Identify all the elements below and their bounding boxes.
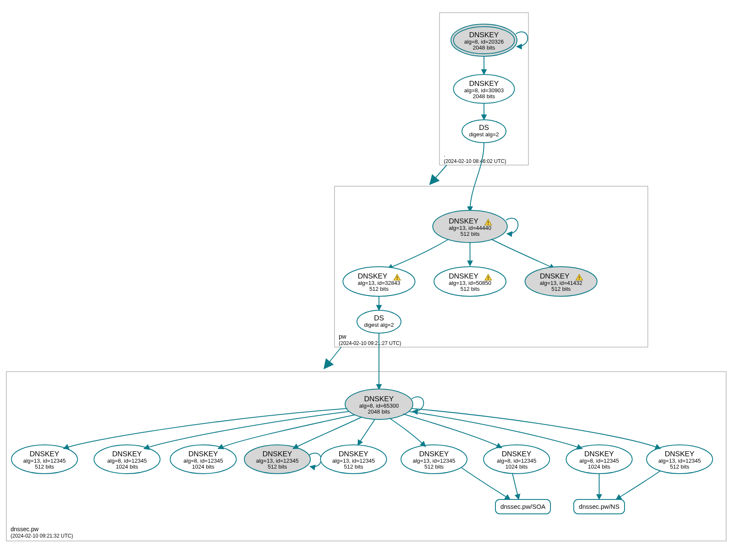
node-dn-k6: DNSKEY alg=8, id=12345 1024 bits [484, 445, 550, 474]
node-dn-k5: DNSKEY alg=13, id=12345 512 bits [401, 445, 467, 474]
svg-text:DNSKEY: DNSKEY [364, 395, 394, 403]
svg-text:dnssec.pw/NS: dnssec.pw/NS [579, 503, 619, 510]
svg-text:DNSKEY: DNSKEY [112, 450, 142, 458]
svg-text:alg=13, id=12345: alg=13, id=12345 [658, 458, 701, 464]
node-pw-k2: DNSKEY alg=13, id=50850 512 bits ! [434, 267, 506, 296]
zone-pw-label: pw [339, 333, 347, 340]
svg-text:alg=8, id=20326: alg=8, id=20326 [464, 39, 503, 45]
node-pw-k3: DNSKEY alg=13, id=41432 512 bits ! [525, 267, 597, 296]
svg-text:512 bits: 512 bits [344, 463, 363, 470]
node-dn-k4: DNSKEY alg=13, id=12345 512 bits [321, 445, 387, 474]
zone-root-time: (2024-02-10 08:46:02 UTC) [444, 158, 506, 164]
svg-text:alg=13, id=41432: alg=13, id=41432 [540, 280, 582, 286]
svg-text:DNSKEY: DNSKEY [540, 272, 570, 280]
node-pw-k1: DNSKEY alg=13, id=32843 512 bits ! [343, 267, 415, 296]
svg-text:alg=13, id=12345: alg=13, id=12345 [256, 458, 299, 464]
svg-text:DNSKEY: DNSKEY [339, 450, 368, 458]
node-dn-k1: DNSKEY alg=8, id=12345 1024 bits [94, 445, 160, 474]
svg-text:2048 bits: 2048 bits [473, 44, 495, 51]
svg-text:alg=8, id=12345: alg=8, id=12345 [579, 458, 619, 464]
svg-text:alg=13, id=50850: alg=13, id=50850 [449, 280, 491, 286]
svg-text:alg=8, id=65300: alg=8, id=65300 [359, 403, 398, 409]
node-pw-ksk: DNSKEY alg=13, id=44440 512 bits ! [433, 210, 507, 243]
svg-text:digest alg=2: digest alg=2 [469, 131, 499, 138]
svg-text:DNSKEY: DNSKEY [449, 272, 478, 280]
svg-text:DNSKEY: DNSKEY [665, 450, 694, 458]
zone-root-label: . [444, 151, 445, 158]
svg-text:alg=13, id=12345: alg=13, id=12345 [23, 458, 66, 464]
svg-text:DNSKEY: DNSKEY [188, 450, 218, 458]
svg-text:DNSKEY: DNSKEY [469, 80, 499, 88]
svg-text:DNSKEY: DNSKEY [449, 217, 478, 225]
node-dn-k3: DNSKEY alg=13, id=12345 512 bits [244, 445, 310, 474]
zone-root: . (2024-02-10 08:46:02 UTC) DNSKEY alg=8… [440, 13, 528, 165]
node-dn-k8: DNSKEY alg=13, id=12345 512 bits [647, 445, 713, 474]
svg-text:!: ! [487, 276, 489, 281]
svg-text:512 bits: 512 bits [670, 463, 689, 470]
svg-text:DS: DS [374, 314, 384, 322]
svg-text:alg=13, id=12345: alg=13, id=12345 [332, 458, 375, 464]
node-dn-ksk: DNSKEY alg=8, id=65300 2048 bits [345, 389, 413, 419]
node-dn-k0: DNSKEY alg=13, id=12345 512 bits [11, 445, 77, 474]
svg-text:512 bits: 512 bits [424, 463, 444, 470]
svg-text:DNSKEY: DNSKEY [502, 450, 531, 458]
svg-text:1024 bits: 1024 bits [192, 463, 215, 470]
svg-text:!: ! [396, 276, 398, 281]
zone-pw: pw (2024-02-10 09:21:27 UTC) DNSKEY alg=… [335, 143, 648, 347]
node-rr-ns: dnssec.pw/NS [574, 499, 625, 514]
svg-text:1024 bits: 1024 bits [116, 463, 138, 470]
node-pw-ds: DS digest alg=2 [357, 310, 401, 333]
svg-text:512 bits: 512 bits [460, 231, 480, 237]
svg-text:1024 bits: 1024 bits [588, 463, 611, 470]
node-root-zsk: DNSKEY alg=8, id=30903 2048 bits [453, 74, 514, 103]
svg-text:2048 bits: 2048 bits [473, 93, 495, 99]
node-dn-k7: DNSKEY alg=8, id=12345 1024 bits [566, 445, 632, 474]
svg-text:512 bits: 512 bits [551, 286, 571, 292]
node-root-ksk: DNSKEY alg=8, id=20326 2048 bits [451, 24, 517, 56]
svg-text:!: ! [578, 276, 580, 281]
zone-dnssec-time: (2024-02-10 09:21:32 UTC) [11, 533, 73, 539]
svg-text:DNSKEY: DNSKEY [30, 450, 59, 458]
dnssec-diagram: . (2024-02-10 08:46:02 UTC) DNSKEY alg=8… [0, 0, 752, 560]
zone-pw-time: (2024-02-10 09:21:27 UTC) [339, 340, 401, 346]
svg-text:!: ! [487, 221, 489, 226]
svg-text:1024 bits: 1024 bits [506, 463, 528, 470]
svg-text:alg=8, id=30903: alg=8, id=30903 [464, 87, 503, 94]
zone-dnssec-label: dnssec.pw [11, 526, 39, 532]
svg-text:DNSKEY: DNSKEY [469, 31, 499, 39]
svg-text:512 bits: 512 bits [35, 463, 54, 470]
svg-text:DNSKEY: DNSKEY [358, 272, 387, 280]
svg-text:alg=13, id=12345: alg=13, id=12345 [413, 458, 455, 464]
zone-dnssec-pw: dnssec.pw (2024-02-10 09:21:32 UTC) DNSK… [6, 333, 726, 541]
svg-text:DNSKEY: DNSKEY [263, 450, 292, 458]
svg-text:DNSKEY: DNSKEY [419, 450, 449, 458]
svg-text:DS: DS [479, 124, 489, 132]
svg-text:alg=8, id=12345: alg=8, id=12345 [183, 458, 223, 464]
svg-text:2048 bits: 2048 bits [368, 408, 390, 415]
node-rr-soa: dnssec.pw/SOA [495, 499, 550, 514]
svg-text:DNSKEY: DNSKEY [584, 450, 614, 458]
svg-text:alg=8, id=12345: alg=8, id=12345 [497, 458, 536, 464]
svg-text:alg=13, id=44440: alg=13, id=44440 [449, 225, 491, 231]
svg-text:digest alg=2: digest alg=2 [364, 322, 394, 328]
svg-text:512 bits: 512 bits [460, 286, 480, 292]
svg-text:alg=13, id=32843: alg=13, id=32843 [358, 280, 400, 286]
svg-text:512 bits: 512 bits [369, 286, 389, 292]
svg-text:alg=8, id=12345: alg=8, id=12345 [107, 458, 147, 464]
node-root-ds: DS digest alg=2 [462, 120, 506, 143]
node-dn-k2: DNSKEY alg=8, id=12345 1024 bits [170, 445, 236, 474]
svg-text:512 bits: 512 bits [268, 463, 287, 470]
svg-text:dnssec.pw/SOA: dnssec.pw/SOA [500, 503, 546, 510]
